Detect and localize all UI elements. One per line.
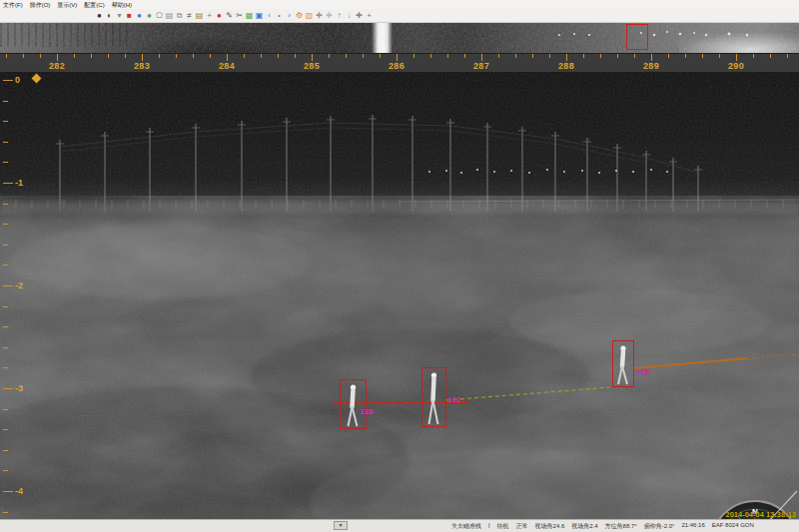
- arrow-down-icon[interactable]: ↓: [345, 10, 354, 21]
- add-icon[interactable]: +: [205, 10, 214, 21]
- crosshair-icon[interactable]: +: [365, 10, 374, 21]
- panorama-strip: [0, 23, 799, 53]
- panorama-texture-svg: [0, 23, 799, 53]
- elevation-tick: [3, 101, 8, 102]
- record-icon[interactable]: ●: [95, 10, 104, 21]
- panorama-selection-marker[interactable]: [626, 24, 648, 50]
- azimuth-tick: [617, 54, 618, 58]
- grid-green-icon[interactable]: ▦: [245, 10, 254, 21]
- status-segment-4: 视场角24.6: [535, 522, 565, 531]
- list-icon[interactable]: ▤: [195, 10, 204, 21]
- azimuth-tick: [668, 54, 669, 58]
- azimuth-tick: [23, 54, 24, 58]
- azimuth-ruler: 282283284285286287288289290: [0, 53, 799, 73]
- half-moon-icon[interactable]: ◐: [105, 10, 114, 21]
- elevation-tick: [3, 470, 8, 471]
- status-segment-2: 待机: [497, 522, 509, 531]
- azimuth-tick: [481, 54, 482, 61]
- azimuth-tick: [278, 54, 279, 58]
- azimuth-tick: [312, 54, 313, 61]
- status-segment-0: 失去瞄准线: [451, 522, 481, 531]
- azimuth-tick: [380, 54, 381, 58]
- azimuth-tick: [397, 54, 398, 61]
- next-icon[interactable]: ›: [285, 10, 294, 21]
- polygon-icon[interactable]: ⬠: [155, 10, 164, 21]
- elevation-tick: [3, 162, 8, 163]
- elevation-tick: [3, 409, 8, 410]
- pencil-icon[interactable]: ✎: [225, 10, 234, 21]
- timestamp-overlay: 2014-04-04 13:38:13: [726, 510, 796, 519]
- azimuth-tick: [193, 54, 194, 58]
- elevation-tick: [3, 367, 8, 368]
- elevation-tick: [3, 183, 13, 184]
- azimuth-tick: [736, 54, 737, 61]
- stop-icon[interactable]: ■: [125, 10, 134, 21]
- azimuth-tick: [787, 54, 788, 58]
- azimuth-tick: [91, 54, 92, 58]
- detection-label-162: 162: [447, 395, 460, 404]
- document-icon[interactable]: ▤: [165, 10, 174, 21]
- azimuth-tick: [719, 54, 720, 58]
- marker-dot-icon[interactable]: •: [275, 10, 284, 21]
- prev-icon[interactable]: ‹: [265, 10, 274, 21]
- panel-blue-icon[interactable]: ▣: [255, 10, 264, 21]
- elevation-label--4: -4: [15, 486, 23, 496]
- azimuth-tick: [600, 54, 601, 58]
- record-red-icon[interactable]: ●: [215, 10, 224, 21]
- azimuth-tick: [142, 54, 143, 61]
- compare-icon[interactable]: ≠: [185, 10, 194, 21]
- azimuth-tick: [753, 54, 754, 58]
- azimuth-label-288: 288: [558, 61, 574, 71]
- azimuth-tick: [295, 54, 296, 58]
- elevation-tick: [3, 512, 8, 513]
- azimuth-tick: [108, 54, 109, 58]
- detection-box-188[interactable]: [340, 379, 367, 429]
- plus-light-icon[interactable]: ✚: [325, 10, 334, 21]
- azimuth-label-289: 289: [643, 61, 659, 71]
- scroll-down-button[interactable]: ▼: [334, 521, 348, 530]
- azimuth-tick: [159, 54, 160, 58]
- azimuth-tick: [6, 54, 7, 58]
- elevation-tick: [3, 285, 13, 286]
- azimuth-tick: [244, 54, 245, 58]
- elevation-tick: [3, 142, 8, 143]
- azimuth-tick: [329, 54, 330, 58]
- azimuth-tick: [125, 54, 126, 58]
- plus-icon[interactable]: ✚: [315, 10, 324, 21]
- status-segment-6: 方位角88.7°: [605, 522, 637, 531]
- sphere-blue-icon[interactable]: ●: [135, 10, 144, 21]
- main-thermal-view[interactable]: N 90 180 270 0-1-2-3-4188162146: [0, 72, 799, 520]
- elevation-tick: [3, 245, 8, 246]
- status-segment-8: 21:46:16: [681, 522, 704, 531]
- azimuth-tick: [346, 54, 347, 58]
- azimuth-tick: [532, 54, 533, 58]
- arrow-up-icon[interactable]: ↑: [335, 10, 344, 21]
- status-segment-3: 正常: [516, 522, 528, 531]
- dropdown-icon[interactable]: ▾: [115, 10, 124, 21]
- sphere-green-icon[interactable]: ●: [145, 10, 154, 21]
- azimuth-tick: [515, 54, 516, 58]
- elevation-tick: [3, 347, 8, 348]
- settings-gear-icon[interactable]: ⚙: [295, 10, 304, 21]
- elevation-tick: [3, 326, 8, 327]
- detection-label-188: 188: [360, 407, 373, 416]
- plus-gray-icon[interactable]: ✚: [355, 10, 364, 21]
- azimuth-tick: [685, 54, 686, 58]
- azimuth-label-285: 285: [304, 61, 320, 71]
- export-icon[interactable]: ⧉: [175, 10, 184, 21]
- status-segment-5: 视场角2.4: [571, 522, 597, 531]
- azimuth-tick: [74, 54, 75, 58]
- azimuth-tick: [40, 54, 41, 58]
- detection-box-162[interactable]: [421, 367, 446, 427]
- grain-noise: [0, 72, 799, 520]
- azimuth-tick: [566, 54, 567, 61]
- elevation-tick: [3, 265, 8, 266]
- azimuth-label-290: 290: [728, 61, 744, 71]
- elevation-label--1: -1: [15, 178, 23, 188]
- detection-box-146[interactable]: [612, 340, 634, 387]
- cut-icon[interactable]: ✂: [235, 10, 244, 21]
- elevation-tick: [3, 388, 13, 389]
- azimuth-tick: [363, 54, 364, 58]
- azimuth-label-284: 284: [219, 61, 235, 71]
- palette-icon[interactable]: ▧: [305, 10, 314, 21]
